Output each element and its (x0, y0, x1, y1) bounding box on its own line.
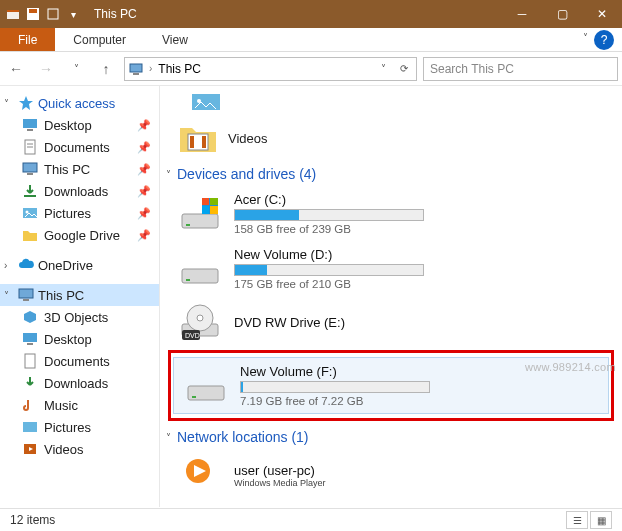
sidebar-item-pictures[interactable]: Pictures📌 (0, 202, 159, 224)
drive-d[interactable]: New Volume (D:) 175 GB free of 210 GB (160, 241, 622, 296)
sidebar-item-thispc[interactable]: This PC📌 (0, 158, 159, 180)
pictures-folder-icon (190, 92, 230, 112)
sidebar-onedrive[interactable]: › OneDrive (0, 254, 159, 276)
pc-icon (18, 287, 34, 303)
minimize-button[interactable]: ─ (502, 0, 542, 28)
help-icon[interactable]: ? (594, 30, 614, 50)
list-item[interactable] (160, 88, 622, 116)
back-button[interactable]: ← (4, 57, 28, 81)
dropdown-icon[interactable]: ▾ (64, 5, 82, 23)
svg-rect-32 (186, 224, 190, 226)
ribbon-expand-icon[interactable]: ˅ (577, 28, 594, 51)
sidebar-item-videos[interactable]: Videos (0, 438, 159, 460)
svg-rect-9 (27, 129, 33, 131)
pin-icon: 📌 (137, 163, 151, 176)
drive-free: 175 GB free of 210 GB (234, 278, 608, 290)
videos-folder-icon (178, 120, 218, 156)
drive-c[interactable]: Acer (C:) 158 GB free of 239 GB (160, 186, 622, 241)
pin-icon: 📌 (137, 185, 151, 198)
svg-point-42 (197, 315, 203, 321)
save-icon[interactable] (24, 5, 42, 23)
desktop-icon (22, 117, 38, 133)
network-label: user (user-pc) (234, 463, 608, 478)
network-item[interactable]: user (user-pc) Windows Media Player (160, 449, 622, 501)
recent-dropdown[interactable]: ˅ (64, 57, 88, 81)
view-tiles-button[interactable]: ▦ (590, 511, 612, 529)
drive-e[interactable]: DVD DVD RW Drive (E:) (160, 296, 622, 348)
sidebar-item-downloads2[interactable]: Downloads (0, 372, 159, 394)
pin-icon: 📌 (137, 229, 151, 242)
sidebar-item-music[interactable]: Music (0, 394, 159, 416)
chevron-down-icon[interactable]: ˅ (4, 290, 14, 301)
file-tab[interactable]: File (0, 28, 55, 51)
folder-icon (22, 227, 38, 243)
pin-icon: 📌 (137, 141, 151, 154)
close-button[interactable]: ✕ (582, 0, 622, 28)
sidebar-item-desktop2[interactable]: Desktop (0, 328, 159, 350)
group-devices[interactable]: ˅ Devices and drives (4) (160, 160, 622, 186)
breadcrumb-chevron-icon[interactable]: › (149, 63, 152, 74)
sidebar-item-documents[interactable]: Documents📌 (0, 136, 159, 158)
sidebar-item-documents2[interactable]: Documents (0, 350, 159, 372)
watermark: www.989214.com (525, 361, 616, 373)
maximize-button[interactable]: ▢ (542, 0, 582, 28)
folder-label: Videos (228, 131, 268, 146)
sidebar-quick-access[interactable]: ˅ Quick access (0, 92, 159, 114)
svg-rect-46 (192, 396, 196, 398)
status-bar: 12 items ☰ ▦ (0, 508, 622, 531)
content-pane: Videos ˅ Devices and drives (4) Acer (C:… (160, 86, 622, 507)
status-text: 12 items (10, 513, 55, 527)
breadcrumb[interactable]: This PC (158, 62, 201, 76)
group-network[interactable]: ˅ Network locations (1) (160, 423, 622, 449)
sidebar-item-desktop[interactable]: Desktop📌 (0, 114, 159, 136)
pictures-icon (22, 205, 38, 221)
chevron-down-icon[interactable]: ˅ (166, 169, 171, 180)
svg-rect-39 (186, 279, 190, 281)
sidebar: ˅ Quick access Desktop📌 Documents📌 This … (0, 86, 160, 507)
pc-icon (129, 62, 143, 76)
drive-name: Acer (C:) (234, 192, 608, 207)
downloads-icon (22, 375, 38, 391)
search-placeholder: Search This PC (430, 62, 514, 76)
dvd-icon: DVD (178, 302, 222, 342)
svg-rect-21 (27, 343, 33, 345)
drive-name: New Volume (D:) (234, 247, 608, 262)
chevron-down-icon[interactable]: ˅ (166, 432, 171, 443)
address-bar[interactable]: › This PC ˅ ⟳ (124, 57, 417, 81)
ribbon: File Computer View ˅ ? (0, 28, 622, 52)
sidebar-this-pc[interactable]: ˅ This PC (0, 284, 159, 306)
address-dropdown-icon[interactable]: ˅ (377, 63, 390, 74)
view-details-button[interactable]: ☰ (566, 511, 588, 529)
properties-icon[interactable] (44, 5, 62, 23)
svg-rect-6 (133, 73, 139, 75)
media-player-icon (178, 455, 222, 495)
pin-icon: 📌 (137, 119, 151, 132)
cloud-icon (18, 257, 34, 273)
svg-rect-22 (25, 354, 35, 368)
cube-icon (22, 309, 38, 325)
list-item[interactable]: Videos (160, 116, 622, 160)
chevron-down-icon[interactable]: ˅ (4, 98, 14, 109)
drive-name: DVD RW Drive (E:) (234, 315, 608, 330)
sidebar-item-3dobjects[interactable]: 3D Objects (0, 306, 159, 328)
chevron-right-icon[interactable]: › (4, 260, 14, 271)
sidebar-item-pictures2[interactable]: Pictures (0, 416, 159, 438)
tab-view[interactable]: View (144, 28, 206, 51)
pin-icon: 📌 (137, 207, 151, 220)
forward-button[interactable]: → (34, 57, 58, 81)
storage-bar (240, 381, 430, 393)
up-button[interactable]: ↑ (94, 57, 118, 81)
sidebar-item-downloads[interactable]: Downloads📌 (0, 180, 159, 202)
tab-computer[interactable]: Computer (55, 28, 144, 51)
refresh-icon[interactable]: ⟳ (396, 63, 412, 74)
music-icon (22, 397, 38, 413)
svg-text:DVD: DVD (185, 332, 200, 339)
documents-icon (22, 139, 38, 155)
svg-rect-1 (7, 10, 19, 12)
sidebar-item-googledrive[interactable]: Google Drive📌 (0, 224, 159, 246)
storage-bar (234, 209, 424, 221)
svg-rect-3 (29, 9, 37, 13)
svg-rect-37 (210, 206, 218, 214)
drive-free: 7.19 GB free of 7.22 GB (240, 395, 598, 407)
search-input[interactable]: Search This PC (423, 57, 618, 81)
